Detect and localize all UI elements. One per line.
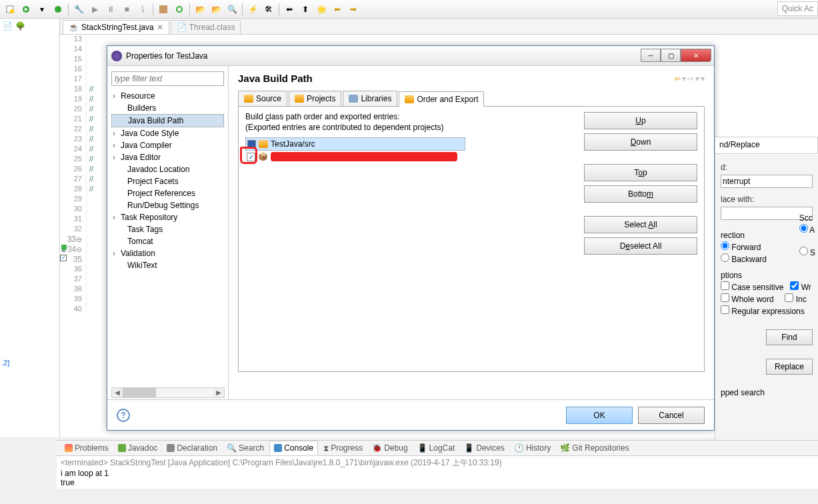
tab-console[interactable]: Console [269,441,318,455]
quick-access-field[interactable]: Quick Ac [777,1,818,16]
tab-progress[interactable]: ⧗Progress [319,441,367,455]
nav-facets[interactable]: Project Facets [111,175,224,187]
line-gutter: 13 14 15 16 17 18 19 20 21 22 23 24 25 2… [60,35,87,315]
close-button[interactable]: ✕ [681,49,711,62]
scroll-thumb[interactable] [123,388,156,397]
scroll-left-icon[interactable]: ◄ [112,388,123,397]
select-all-button[interactable]: Select All [584,216,697,233]
fwd-button[interactable]: ➡ [346,3,361,16]
help-icon[interactable]: ? [117,409,130,422]
refresh-button[interactable] [172,3,187,16]
nav-java-build-path[interactable]: Java Build Path [111,114,224,127]
package-button[interactable] [156,3,171,16]
nav-validation[interactable]: Validation [111,247,224,259]
tab-javadoc[interactable]: Javadoc [114,441,162,455]
nav-references[interactable]: Project References [111,187,224,199]
up-button[interactable]: Up [584,112,697,129]
tab-order-export[interactable]: Order and Export [399,91,484,107]
back-arrow-icon[interactable]: ⇦ [674,74,681,83]
wand-button[interactable]: ⚡ [245,3,260,16]
minimize-button[interactable]: ─ [641,49,661,62]
case-checkbox[interactable]: Case sensitive Wr [721,281,813,292]
tab-devices[interactable]: 📱Devices [460,441,509,455]
entry-label: TestJava/src [271,139,315,149]
code-area[interactable]: // // // // // // // // // // // [89,35,93,195]
project-icon [295,95,304,103]
tab-history[interactable]: 🕐History [510,441,555,455]
cancel-button[interactable]: Cancel [638,407,705,424]
tab-search[interactable]: 🔍Search [223,441,268,455]
properties-nav: Resource Builders Java Build Path Java C… [107,66,229,399]
search-button[interactable]: 🔍 [225,3,239,16]
nav-java-compiler[interactable]: Java Compiler [111,139,224,151]
nav-java-code-style[interactable]: Java Code Style [111,127,224,139]
regex-checkbox[interactable]: Regular expressions [721,305,813,316]
tab-declaration[interactable]: Declaration [163,441,221,455]
tab-logcat[interactable]: 📱LogCat [413,441,459,455]
bottom-view-tabs: Problems Javadoc Declaration 🔍Search Con… [57,440,818,456]
resume-button[interactable]: ▶ [87,3,102,16]
run-button[interactable] [19,3,33,16]
nav-scrollbar[interactable]: ◄ ► [111,387,225,398]
tool2-button[interactable]: 🛠 [261,3,276,16]
nav-javadoc[interactable]: Javadoc Location [111,163,224,175]
scope-sel-radio[interactable]: S [799,247,815,257]
tab-git[interactable]: 🌿Git Repositories [556,441,633,455]
hierarchy-icon[interactable]: 🌳 [15,21,25,31]
new-button[interactable] [3,3,17,16]
dialog-titlebar[interactable]: Properties for TestJava ─ ▢ ✕ [107,46,714,66]
nav-rundebug[interactable]: Run/Debug Settings [111,199,224,211]
nav-wikitext[interactable]: WikiText [111,259,224,271]
tab-libraries[interactable]: Libraries [343,91,397,106]
tool-button[interactable]: 🔧 [71,3,86,16]
fwd-arrow-icon[interactable]: ⇨ [687,74,694,83]
pause-button[interactable]: ⏸ [103,3,118,16]
close-icon[interactable]: ✕ [157,23,163,32]
find-label: d: [721,163,813,172]
step-button[interactable]: ⤵ [135,3,150,16]
tab-problems[interactable]: Problems [61,441,113,455]
stop-button[interactable]: ■ [119,3,134,16]
nav3-button[interactable]: 🌟 [314,3,329,16]
nav-task-tags[interactable]: Task Tags [111,223,224,235]
console-output[interactable]: <terminated> StackStringTest [Java Appli… [57,456,818,489]
open2-button[interactable]: 📂 [209,3,223,16]
debug-button[interactable] [51,3,65,16]
bottom-button[interactable]: Bottom [584,185,697,203]
find-input[interactable] [721,175,813,188]
nav-resource[interactable]: Resource [111,90,224,102]
list-item-redacted[interactable]: ✓ 📦 [245,151,577,163]
scroll-right-icon[interactable]: ► [213,388,224,397]
down-button[interactable]: Down [584,133,697,151]
maximize-button[interactable]: ▢ [661,49,681,62]
top-button[interactable]: Top [584,164,697,181]
options-label: ptions [721,271,813,280]
progress-icon: ⧗ [323,443,329,453]
find-button[interactable]: Find [766,329,813,345]
editor-tab-active[interactable]: ☕ StackStringTest.java ✕ [63,20,169,34]
outline-icon[interactable]: 📄 [3,21,13,31]
deselect-all-button[interactable]: Deselect All [584,237,697,255]
dropdown-icon[interactable]: ▾ [35,3,49,16]
tab-debug[interactable]: 🐞Debug [368,441,411,455]
tab-label: Thread.class [189,23,235,32]
nav-button[interactable]: ⬅ [282,3,297,16]
tab-projects[interactable]: Projects [289,91,341,106]
whole-word-checkbox[interactable]: Whole word Inc [721,293,813,304]
tab-source[interactable]: Source [238,91,287,106]
editor-tab-inactive[interactable]: 📄 Thread.class [171,20,241,34]
scope-all-radio[interactable]: A [799,224,815,235]
nav-tomcat[interactable]: Tomcat [111,235,224,247]
nav-java-editor[interactable]: Java Editor [111,151,224,163]
back-button[interactable]: ⬅ [330,3,345,16]
nav2-button[interactable]: ⬆ [298,3,313,16]
classpath-list[interactable]: TestJava/src ✓ 📦 [245,137,577,163]
nav-task-repo[interactable]: Task Repository [111,211,224,223]
replace-button[interactable]: Replace [766,359,813,375]
breakpoint-marker[interactable]: ✓ [60,255,67,261]
list-item-src[interactable]: TestJava/src [245,137,465,151]
filter-input[interactable] [111,71,224,86]
ok-button[interactable]: OK [566,407,633,424]
open-button[interactable]: 📂 [193,3,207,16]
nav-builders[interactable]: Builders [111,102,224,114]
